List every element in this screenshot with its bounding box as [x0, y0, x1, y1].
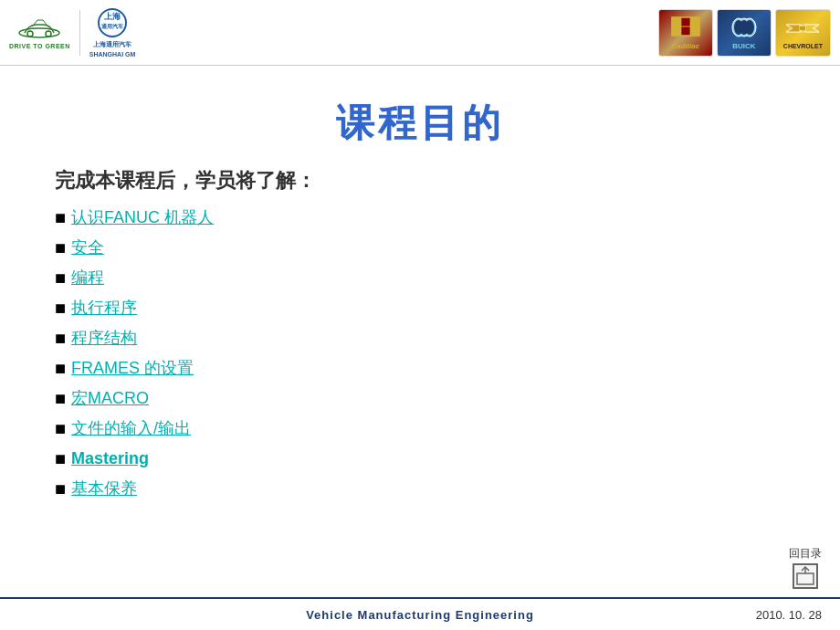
bullet-icon: ■: [55, 354, 66, 382]
header-divider: [79, 10, 80, 56]
menu-link-files[interactable]: 文件的输入/输出: [71, 416, 191, 441]
menu-link-structure[interactable]: 程序结构: [71, 326, 137, 351]
svg-rect-8: [681, 17, 690, 26]
menu-link-execute[interactable]: 执行程序: [71, 296, 137, 320]
menu-link-safety[interactable]: 安全: [71, 236, 104, 260]
svg-rect-24: [797, 573, 814, 584]
menu-link-maintenance[interactable]: 基本保养: [71, 477, 137, 501]
main-content: 课程目的 完成本课程后，学员将了解： ■ 认识FANUC 机器人 ■ 安全 ■ …: [0, 66, 840, 502]
drive-to-green-logo: DRIVE TO GREEN: [9, 16, 70, 49]
menu-link-macro[interactable]: 宏MACRO: [71, 386, 149, 411]
buick-label: BUICK: [732, 42, 755, 50]
list-item: ■ 文件的输入/输出: [55, 415, 785, 442]
svg-rect-12: [690, 26, 699, 36]
back-label: 回目录: [789, 546, 822, 562]
footer-date: 2010. 10. 28: [756, 608, 822, 622]
bullet-icon: ■: [55, 475, 66, 502]
header: DRIVE TO GREEN 上海 通用汽车 上海通用汽车 SHANGHAI G…: [0, 0, 840, 66]
subtitle: 完成本课程后，学员将了解：: [55, 167, 785, 194]
svg-point-1: [27, 31, 33, 37]
menu-link-mastering[interactable]: Mastering: [71, 446, 149, 471]
list-item: ■ 执行程序: [55, 294, 785, 321]
buick-badge: BUICK: [717, 9, 772, 57]
chevrolet-label: CHEVROLET: [783, 43, 823, 49]
header-left-logos: DRIVE TO GREEN 上海 通用汽车 上海通用汽车 SHANGHAI G…: [9, 7, 135, 58]
list-item: ■ 安全: [55, 234, 785, 261]
menu-link-fanuc[interactable]: 认识FANUC 机器人: [71, 205, 214, 230]
svg-text:通用汽车: 通用汽车: [101, 23, 124, 29]
list-item: ■ 程序结构: [55, 324, 785, 352]
bullet-icon: ■: [55, 384, 66, 412]
bullet-icon: ■: [55, 264, 66, 291]
bullet-icon: ■: [55, 204, 66, 231]
cadillac-badge: Cadillac: [658, 9, 713, 57]
svg-rect-11: [681, 26, 690, 36]
bullet-icon: ■: [55, 324, 66, 352]
menu-link-frames[interactable]: FRAMES 的设置: [71, 356, 194, 381]
chevrolet-badge: CHEVROLET: [775, 9, 831, 57]
svg-point-2: [46, 31, 51, 37]
header-right-brands: Cadillac BUICK: [658, 9, 831, 57]
drive-to-green-label: DRIVE TO GREEN: [9, 43, 70, 49]
back-arrow-icon: [793, 563, 818, 589]
sgm-label-line2: SHANGHAI GM: [89, 51, 136, 58]
sgm-label-line1: 上海通用汽车: [93, 40, 131, 49]
cadillac-label: Cadillac: [671, 42, 699, 50]
list-item: ■ 编程: [55, 264, 785, 291]
page-title: 课程目的: [55, 98, 785, 149]
svg-rect-7: [672, 17, 681, 26]
svg-rect-9: [690, 17, 699, 26]
svg-point-19: [745, 20, 754, 35]
footer-text: Vehicle Manufacturing Engineering: [306, 608, 534, 622]
menu-link-programming[interactable]: 编程: [71, 266, 104, 290]
svg-rect-10: [672, 26, 681, 36]
bullet-icon: ■: [55, 415, 66, 442]
svg-rect-23: [800, 26, 805, 30]
list-item: ■ Mastering: [55, 445, 785, 472]
bullet-icon: ■: [55, 294, 66, 321]
footer: Vehicle Manufacturing Engineering 2010. …: [0, 597, 840, 630]
list-item: ■ 认识FANUC 机器人: [55, 204, 785, 231]
menu-list: ■ 认识FANUC 机器人 ■ 安全 ■ 编程 ■ 执行程序 ■ 程序结构 ■ …: [55, 204, 785, 502]
svg-text:上海: 上海: [104, 12, 121, 21]
list-item: ■ 基本保养: [55, 475, 785, 502]
bullet-icon: ■: [55, 234, 66, 261]
list-item: ■ 宏MACRO: [55, 384, 785, 412]
bullet-icon: ■: [55, 445, 66, 472]
shanghai-gm-logo: 上海 通用汽车 上海通用汽车 SHANGHAI GM: [89, 7, 136, 58]
list-item: ■ FRAMES 的设置: [55, 354, 785, 382]
back-to-index-button[interactable]: 回目录: [789, 546, 822, 589]
